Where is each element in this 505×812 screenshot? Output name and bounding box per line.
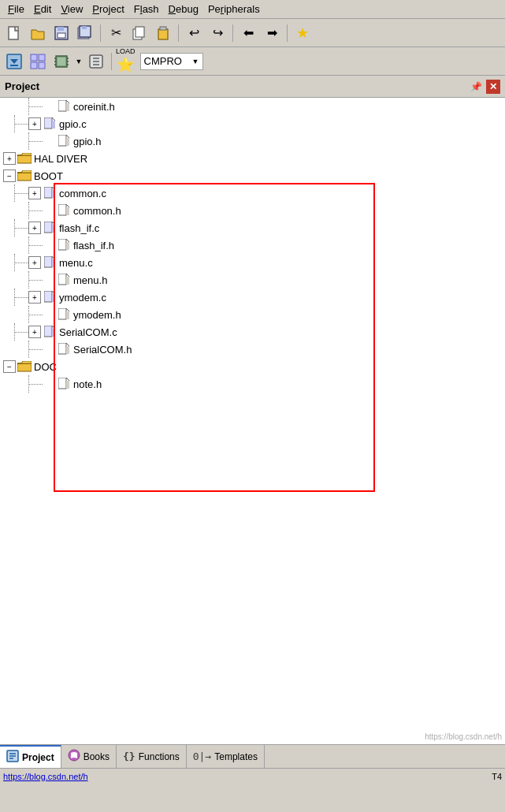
tree-item-common-h[interactable]: common.h [0, 202, 505, 219]
flash-button[interactable] [85, 50, 107, 73]
tree-line [14, 115, 28, 132]
bookmark-button[interactable]: ★ [291, 22, 314, 44]
watermark: https://blog.csdn.net/h [425, 732, 502, 741]
tab-project[interactable]: Project [0, 745, 61, 768]
tree-line [14, 254, 28, 271]
svg-rect-40 [44, 222, 52, 233]
tree-label-gpio-h: gpio.h [73, 136, 101, 147]
status-bar: https://blog.csdn.net/h T4 [0, 768, 505, 784]
new-button[interactable] [3, 22, 25, 44]
tab-templates[interactable]: 0|→ Templates [187, 745, 265, 768]
toolbar-sep-1 [100, 24, 101, 42]
menu-edit[interactable]: Edit [29, 2, 56, 17]
expander-hal-diver[interactable]: + [3, 152, 16, 165]
tab-functions[interactable]: {} Functions [117, 745, 187, 768]
tree-panel[interactable]: coreinit.h + gpio.c gpio.h + HAL DIVER − [0, 98, 505, 744]
tree-line [28, 132, 43, 150]
file-icon-gpio-h [57, 134, 71, 148]
close-button[interactable]: ✕ [486, 80, 500, 94]
folder-icon-hal-diver [17, 151, 32, 166]
tab-project-label: Project [22, 752, 54, 763]
tree-item-gpio-h[interactable]: gpio.h [0, 132, 505, 150]
open-button[interactable] [27, 22, 49, 44]
expander-doc[interactable]: − [3, 360, 16, 373]
tree-label-ymodem-h: ymodem.h [73, 309, 121, 321]
tree-item-boot[interactable]: − BOOT [0, 167, 505, 184]
tree-item-menu-h[interactable]: menu.h [0, 271, 505, 289]
expander-common-c[interactable]: + [28, 187, 41, 199]
undo-button[interactable]: ↩ [183, 22, 205, 44]
svg-rect-38 [58, 204, 66, 215]
pin-button[interactable]: 📌 [469, 80, 483, 94]
tree-item-coreinit[interactable]: coreinit.h [0, 98, 505, 115]
tree-item-menu-c[interactable]: + menu.c [0, 254, 505, 271]
tree-line [28, 306, 43, 323]
tree-item-flash-if-c[interactable]: + flash_if.c [0, 219, 505, 237]
status-right: T4 [492, 772, 502, 781]
file-icon-ymodem-c [43, 290, 57, 304]
file-icon-common-c [43, 186, 57, 200]
tab-templates-icon: 0|→ [193, 751, 211, 762]
tree-item-doc[interactable]: − DOC [0, 358, 505, 375]
menu-view[interactable]: View [56, 2, 87, 17]
tree-item-ymodem-c[interactable]: + ymodem.c [0, 289, 505, 306]
svg-rect-32 [44, 117, 52, 129]
file-icon-flash-if-h [57, 238, 71, 252]
tree-line [14, 184, 28, 202]
cut-button[interactable]: ✂ [105, 22, 127, 44]
svg-rect-50 [58, 308, 66, 319]
status-link[interactable]: https://blog.csdn.net/h [3, 772, 88, 781]
expander-flash-if-c[interactable]: + [28, 222, 41, 234]
expander-gpio-c[interactable]: + [28, 117, 41, 130]
tree-item-ymodem-h[interactable]: ymodem.h [0, 306, 505, 323]
expander-serialcom-c[interactable]: + [28, 326, 41, 338]
tree-item-note-h[interactable]: note.h [0, 375, 505, 393]
bottom-tabs: Project Books {} Functions 0|→ Templates [0, 744, 505, 768]
chip-dropdown-button[interactable]: ▼ [74, 50, 84, 73]
target-dropdown[interactable]: CMPRO ▼ [140, 53, 203, 70]
file-icon-common-h [57, 203, 71, 218]
tree-line [14, 323, 28, 341]
forward-button[interactable]: ➡ [261, 22, 283, 44]
load-button[interactable]: ⭐ [116, 55, 135, 74]
save-button[interactable] [50, 22, 72, 44]
tree-label-coreinit: coreinit.h [73, 101, 115, 113]
tab-books[interactable]: Books [61, 745, 117, 768]
tree-item-gpio-c[interactable]: + gpio.c [0, 115, 505, 132]
redo-button[interactable]: ↪ [206, 22, 228, 44]
tree-item-serialcom-h[interactable]: SerialCOM.h [0, 341, 505, 358]
toolbar-sep-3 [232, 24, 233, 42]
copy-button[interactable] [128, 22, 150, 44]
file-icon-serialcom-c [43, 325, 57, 339]
toolbar-1: ✂ ↩ ↪ ⬅ ➡ ★ [0, 19, 505, 47]
save-all-button[interactable] [74, 22, 96, 44]
folder-icon-boot [17, 169, 32, 183]
svg-rect-2 [58, 27, 64, 31]
tree-label-note-h: note.h [73, 378, 102, 390]
tree-item-flash-if-h[interactable]: flash_if.h [0, 237, 505, 254]
file-icon-ymodem-h [57, 307, 71, 322]
menu-flash[interactable]: Flash [129, 2, 164, 17]
file-icon-menu-h [57, 273, 71, 287]
file-icon-flash-if-c [43, 221, 57, 235]
expander-menu-c[interactable]: + [28, 256, 41, 269]
tree-item-common-c[interactable]: + common.c [0, 184, 505, 202]
grid-button[interactable] [27, 50, 49, 73]
tree-item-serialcom-c[interactable]: + SerialCOM.c [0, 323, 505, 341]
download-button[interactable] [3, 50, 25, 73]
chip-button[interactable] [50, 50, 72, 73]
svg-rect-42 [58, 239, 66, 250]
menu-peripherals[interactable]: Peripherals [203, 2, 265, 17]
paste-button[interactable] [152, 22, 174, 44]
toolbar-sep-4 [287, 24, 288, 42]
tree-item-hal-diver[interactable]: + HAL DIVER [0, 150, 505, 167]
back-button[interactable]: ⬅ [237, 22, 259, 44]
svg-rect-34 [58, 135, 66, 146]
menu-project[interactable]: Project [87, 2, 128, 17]
tree-label-menu-h: menu.h [73, 274, 107, 286]
expander-boot[interactable]: − [3, 169, 16, 182]
menu-file[interactable]: File [3, 2, 29, 17]
menu-debug[interactable]: Debug [164, 2, 203, 17]
expander-ymodem-c[interactable]: + [28, 291, 41, 304]
svg-rect-16 [31, 62, 37, 69]
